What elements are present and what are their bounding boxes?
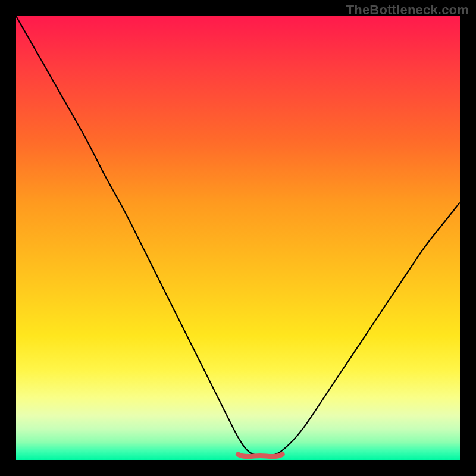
chart-gradient-backdrop [16, 16, 460, 460]
bottleneck-curve-plot [16, 16, 460, 460]
bottleneck-flat-segment [238, 455, 283, 457]
bottleneck-curve-path [16, 16, 460, 456]
